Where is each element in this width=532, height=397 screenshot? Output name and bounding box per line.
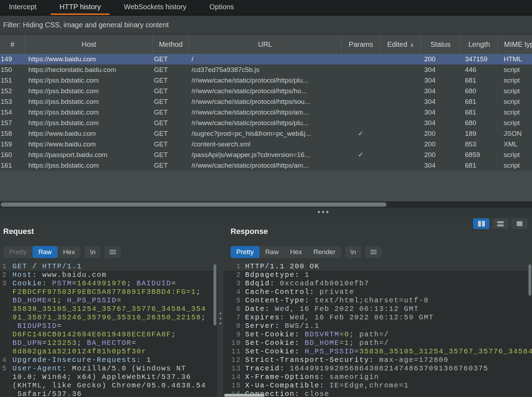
- cell-params: [341, 160, 380, 171]
- tab-raw[interactable]: Raw: [260, 246, 284, 258]
- burp-proxy-window: InterceptHTTP historyWebSockets historyO…: [0, 0, 532, 397]
- response-vertical-scrollbar-thumb[interactable]: [528, 264, 531, 296]
- cell-status: 304: [421, 160, 460, 171]
- column-header-url[interactable]: URL: [189, 35, 341, 54]
- cell-number: 161: [0, 160, 25, 171]
- cell-status: 304: [421, 75, 460, 86]
- cell-length: 6859: [460, 150, 498, 160]
- tab-raw[interactable]: Raw: [33, 246, 57, 258]
- single-layout-button[interactable]: [511, 218, 528, 229]
- tab-hex[interactable]: Hex: [57, 246, 81, 258]
- cell-url: /r/www/cache/static/protocol/https/plu..…: [189, 118, 341, 128]
- column-header-status[interactable]: Status: [421, 35, 460, 54]
- request-newline-button[interactable]: \n: [85, 246, 100, 258]
- response-horizontal-scrollbar-thumb[interactable]: [224, 394, 265, 397]
- proxy-tab-strip: InterceptHTTP historyWebSockets historyO…: [0, 0, 532, 16]
- column-header-#[interactable]: #: [0, 35, 25, 54]
- scrollbar-thumb[interactable]: [1, 202, 387, 207]
- code-line: 12Strict-Transport-Security: max-age=172…: [223, 356, 532, 364]
- code-text: Cache-Control: private: [243, 288, 354, 296]
- cell-status: 304: [421, 65, 460, 75]
- tab-intercept[interactable]: Intercept: [0, 0, 45, 15]
- response-menu-button[interactable]: [365, 246, 382, 258]
- filter-bar[interactable]: Filter: Hiding CSS, image and general bi…: [0, 16, 532, 35]
- line-number: [0, 313, 10, 322]
- request-title: Request: [3, 227, 34, 236]
- cell-edited: [380, 54, 421, 65]
- tab-options[interactable]: Options: [201, 0, 243, 15]
- tab-pretty[interactable]: Pretty: [231, 246, 260, 258]
- column-header-length[interactable]: Length: [460, 35, 498, 54]
- cell-method: GET: [153, 160, 189, 171]
- cell-url: /passApi/js/wrapper.js?cdnversion=16...: [189, 150, 341, 160]
- table-row[interactable]: 154https://pss.bdstatic.comGET/r/www/cac…: [0, 107, 532, 118]
- columns-layout-button[interactable]: [473, 218, 489, 229]
- response-newline-button[interactable]: \n: [345, 246, 361, 258]
- tab-hex[interactable]: Hex: [284, 246, 308, 258]
- request-editor[interactable]: 1GET / HTTP/1.12Host: www.baidu.com3Cook…: [0, 262, 217, 397]
- table-row[interactable]: 152https://pss.bdstatic.comGET/r/www/cac…: [0, 86, 532, 96]
- table-row[interactable]: 150https://hectorstatic.baidu.comGET/cd3…: [0, 65, 532, 75]
- cell-length: 680: [460, 86, 498, 96]
- panel-splitter[interactable]: [0, 208, 532, 217]
- cell-status: 200: [421, 139, 460, 150]
- code-text: Upgrade-Insecure-Requests: 1: [10, 356, 151, 364]
- rows-layout-icon: [497, 221, 504, 227]
- tab-http-history[interactable]: HTTP history: [51, 0, 110, 15]
- request-vertical-scrollbar-thumb[interactable]: [214, 264, 216, 325]
- table-row[interactable]: 149https://www.baidu.comGET/200347159HTM…: [0, 54, 532, 65]
- table-row[interactable]: 158https://www.baidu.comGET/sugrec?prod=…: [0, 128, 532, 139]
- code-text: Bdpagetype: 1: [243, 271, 310, 279]
- params-check-icon: ✓: [341, 128, 380, 139]
- cell-params: [341, 96, 380, 107]
- cell-number: 150: [0, 65, 25, 75]
- tab-render[interactable]: Render: [307, 246, 341, 258]
- line-number: [0, 305, 10, 313]
- column-header-mime-type[interactable]: MIME type: [498, 35, 532, 54]
- cell-number: 151: [0, 75, 25, 86]
- editor-divider[interactable]: [217, 262, 223, 397]
- cell-length: 681: [460, 160, 498, 171]
- table-row[interactable]: 160https://passport.baidu.comGET/passApi…: [0, 150, 532, 160]
- cell-mime: script: [498, 96, 532, 107]
- cell-method: GET: [153, 150, 189, 160]
- column-header-host[interactable]: Host: [25, 35, 153, 54]
- table-row[interactable]: 161https://pss.bdstatic.comGET/r/www/cac…: [0, 160, 532, 171]
- divider-grip-icon[interactable]: [220, 313, 221, 324]
- tab-websockets-history[interactable]: WebSockets history: [115, 0, 195, 15]
- table-row[interactable]: 151https://pss.bdstatic.comGET/r/www/cac…: [0, 75, 532, 86]
- cell-status: 200: [421, 54, 460, 65]
- line-number: 13: [223, 364, 243, 373]
- cell-length: 189: [460, 128, 498, 139]
- code-line: Safari/537.36: [0, 390, 217, 397]
- cell-number: 160: [0, 150, 25, 160]
- column-header-params[interactable]: Params: [341, 35, 380, 54]
- code-text: Traceid: 1644991992056864308214748637091…: [243, 364, 488, 373]
- cell-host: https://pss.bdstatic.com: [25, 86, 153, 96]
- code-line: 6Date: Wed, 16 Feb 2022 06:13:12 GMT: [223, 305, 532, 313]
- cell-url: /r/www/cache/static/protocol/https/ho...: [189, 86, 341, 96]
- cell-mime: script: [498, 65, 532, 75]
- table-horizontal-scrollbar[interactable]: [0, 201, 532, 208]
- request-menu-button[interactable]: [105, 246, 121, 258]
- code-text: 35838_35105_31254_35767_35776_34584_354: [10, 305, 206, 313]
- code-text: Content-Type: text/html;charset=utf-8: [243, 296, 429, 305]
- line-number: 10: [223, 339, 243, 347]
- table-row[interactable]: 153https://pss.bdstatic.comGET/r/www/cac…: [0, 96, 532, 107]
- column-header-method[interactable]: Method: [153, 35, 189, 54]
- column-header-edited[interactable]: Edited∧: [380, 35, 421, 54]
- response-editor[interactable]: 1HTTP/1.1 200 OK2Bdpagetype: 13Bdqid: 0x…: [223, 262, 532, 397]
- params-check-icon: ✓: [341, 150, 380, 160]
- splitter-grip-icon[interactable]: [318, 211, 328, 213]
- table-row[interactable]: 157https://pss.bdstatic.comGET/r/www/cac…: [0, 118, 532, 128]
- code-text: Set-Cookie: H_PS_PSSID=35838_35105_31254…: [243, 347, 532, 356]
- table-row[interactable]: 159https://www.baidu.comGET/content-sear…: [0, 139, 532, 150]
- code-text: BIDUPSID=: [10, 322, 62, 330]
- code-text: D6FC148CB0142694E6019498ECE6FA8F;: [10, 330, 176, 339]
- rows-layout-button[interactable]: [492, 218, 509, 229]
- cell-length: 681: [460, 107, 498, 118]
- code-line: BD_HOME=1; H_PS_PSSID=: [0, 296, 217, 305]
- tab-pretty[interactable]: Pretty: [4, 246, 33, 258]
- code-text: F2BDCFF97503F9EBC5A8778891F3BBD4:FG=1;: [10, 288, 201, 296]
- cell-params: [341, 54, 380, 65]
